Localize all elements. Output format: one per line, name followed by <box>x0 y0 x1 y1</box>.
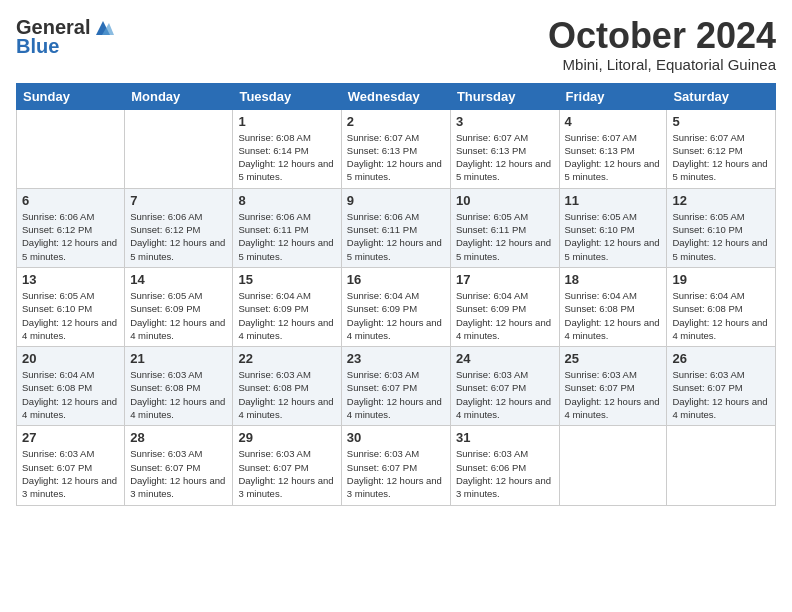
calendar-cell: 22Sunrise: 6:03 AM Sunset: 6:08 PM Dayli… <box>233 347 341 426</box>
day-info: Sunrise: 6:03 AM Sunset: 6:07 PM Dayligh… <box>130 447 227 500</box>
day-info: Sunrise: 6:03 AM Sunset: 6:07 PM Dayligh… <box>565 368 662 421</box>
weekday-header: Friday <box>559 83 667 109</box>
calendar-cell: 21Sunrise: 6:03 AM Sunset: 6:08 PM Dayli… <box>125 347 233 426</box>
calendar-cell: 20Sunrise: 6:04 AM Sunset: 6:08 PM Dayli… <box>17 347 125 426</box>
calendar-cell: 14Sunrise: 6:05 AM Sunset: 6:09 PM Dayli… <box>125 267 233 346</box>
calendar-cell <box>667 426 776 505</box>
day-number: 29 <box>238 430 335 445</box>
calendar-cell: 25Sunrise: 6:03 AM Sunset: 6:07 PM Dayli… <box>559 347 667 426</box>
day-info: Sunrise: 6:03 AM Sunset: 6:08 PM Dayligh… <box>238 368 335 421</box>
subtitle: Mbini, Litoral, Equatorial Guinea <box>548 56 776 73</box>
day-info: Sunrise: 6:04 AM Sunset: 6:08 PM Dayligh… <box>565 289 662 342</box>
title-area: October 2024 Mbini, Litoral, Equatorial … <box>548 16 776 73</box>
day-info: Sunrise: 6:07 AM Sunset: 6:13 PM Dayligh… <box>565 131 662 184</box>
day-number: 16 <box>347 272 445 287</box>
logo-blue: Blue <box>16 35 59 58</box>
day-info: Sunrise: 6:06 AM Sunset: 6:11 PM Dayligh… <box>238 210 335 263</box>
calendar-week-row: 27Sunrise: 6:03 AM Sunset: 6:07 PM Dayli… <box>17 426 776 505</box>
calendar-cell: 13Sunrise: 6:05 AM Sunset: 6:10 PM Dayli… <box>17 267 125 346</box>
calendar-cell: 24Sunrise: 6:03 AM Sunset: 6:07 PM Dayli… <box>450 347 559 426</box>
calendar-cell: 1Sunrise: 6:08 AM Sunset: 6:14 PM Daylig… <box>233 109 341 188</box>
day-number: 13 <box>22 272 119 287</box>
calendar-cell: 19Sunrise: 6:04 AM Sunset: 6:08 PM Dayli… <box>667 267 776 346</box>
calendar-cell: 31Sunrise: 6:03 AM Sunset: 6:06 PM Dayli… <box>450 426 559 505</box>
day-info: Sunrise: 6:04 AM Sunset: 6:09 PM Dayligh… <box>456 289 554 342</box>
calendar-week-row: 6Sunrise: 6:06 AM Sunset: 6:12 PM Daylig… <box>17 188 776 267</box>
day-number: 30 <box>347 430 445 445</box>
day-number: 10 <box>456 193 554 208</box>
day-number: 28 <box>130 430 227 445</box>
day-info: Sunrise: 6:07 AM Sunset: 6:12 PM Dayligh… <box>672 131 770 184</box>
calendar-cell: 10Sunrise: 6:05 AM Sunset: 6:11 PM Dayli… <box>450 188 559 267</box>
day-number: 24 <box>456 351 554 366</box>
weekday-header: Thursday <box>450 83 559 109</box>
day-info: Sunrise: 6:03 AM Sunset: 6:07 PM Dayligh… <box>347 447 445 500</box>
day-info: Sunrise: 6:06 AM Sunset: 6:12 PM Dayligh… <box>22 210 119 263</box>
calendar-cell: 16Sunrise: 6:04 AM Sunset: 6:09 PM Dayli… <box>341 267 450 346</box>
day-info: Sunrise: 6:03 AM Sunset: 6:07 PM Dayligh… <box>347 368 445 421</box>
weekday-header: Wednesday <box>341 83 450 109</box>
calendar-cell <box>559 426 667 505</box>
weekday-header: Tuesday <box>233 83 341 109</box>
day-info: Sunrise: 6:07 AM Sunset: 6:13 PM Dayligh… <box>456 131 554 184</box>
calendar-cell: 3Sunrise: 6:07 AM Sunset: 6:13 PM Daylig… <box>450 109 559 188</box>
day-number: 20 <box>22 351 119 366</box>
calendar-cell: 26Sunrise: 6:03 AM Sunset: 6:07 PM Dayli… <box>667 347 776 426</box>
day-number: 17 <box>456 272 554 287</box>
weekday-header: Saturday <box>667 83 776 109</box>
day-info: Sunrise: 6:03 AM Sunset: 6:07 PM Dayligh… <box>22 447 119 500</box>
day-number: 15 <box>238 272 335 287</box>
day-info: Sunrise: 6:07 AM Sunset: 6:13 PM Dayligh… <box>347 131 445 184</box>
calendar-cell: 9Sunrise: 6:06 AM Sunset: 6:11 PM Daylig… <box>341 188 450 267</box>
day-number: 14 <box>130 272 227 287</box>
day-number: 7 <box>130 193 227 208</box>
day-number: 31 <box>456 430 554 445</box>
day-info: Sunrise: 6:03 AM Sunset: 6:08 PM Dayligh… <box>130 368 227 421</box>
weekday-header: Sunday <box>17 83 125 109</box>
calendar-week-row: 1Sunrise: 6:08 AM Sunset: 6:14 PM Daylig… <box>17 109 776 188</box>
day-info: Sunrise: 6:06 AM Sunset: 6:12 PM Dayligh… <box>130 210 227 263</box>
day-number: 23 <box>347 351 445 366</box>
day-number: 21 <box>130 351 227 366</box>
day-number: 26 <box>672 351 770 366</box>
day-info: Sunrise: 6:05 AM Sunset: 6:09 PM Dayligh… <box>130 289 227 342</box>
calendar-cell: 29Sunrise: 6:03 AM Sunset: 6:07 PM Dayli… <box>233 426 341 505</box>
day-number: 22 <box>238 351 335 366</box>
day-number: 8 <box>238 193 335 208</box>
calendar-cell: 18Sunrise: 6:04 AM Sunset: 6:08 PM Dayli… <box>559 267 667 346</box>
day-number: 25 <box>565 351 662 366</box>
day-info: Sunrise: 6:06 AM Sunset: 6:11 PM Dayligh… <box>347 210 445 263</box>
day-number: 9 <box>347 193 445 208</box>
calendar-cell: 23Sunrise: 6:03 AM Sunset: 6:07 PM Dayli… <box>341 347 450 426</box>
day-info: Sunrise: 6:04 AM Sunset: 6:09 PM Dayligh… <box>347 289 445 342</box>
day-info: Sunrise: 6:05 AM Sunset: 6:10 PM Dayligh… <box>672 210 770 263</box>
day-number: 3 <box>456 114 554 129</box>
day-number: 4 <box>565 114 662 129</box>
day-number: 6 <box>22 193 119 208</box>
calendar-cell: 5Sunrise: 6:07 AM Sunset: 6:12 PM Daylig… <box>667 109 776 188</box>
calendar-cell: 17Sunrise: 6:04 AM Sunset: 6:09 PM Dayli… <box>450 267 559 346</box>
day-info: Sunrise: 6:04 AM Sunset: 6:09 PM Dayligh… <box>238 289 335 342</box>
day-info: Sunrise: 6:04 AM Sunset: 6:08 PM Dayligh… <box>22 368 119 421</box>
weekday-header: Monday <box>125 83 233 109</box>
calendar-cell: 7Sunrise: 6:06 AM Sunset: 6:12 PM Daylig… <box>125 188 233 267</box>
day-info: Sunrise: 6:05 AM Sunset: 6:11 PM Dayligh… <box>456 210 554 263</box>
calendar-cell <box>125 109 233 188</box>
day-info: Sunrise: 6:04 AM Sunset: 6:08 PM Dayligh… <box>672 289 770 342</box>
day-info: Sunrise: 6:03 AM Sunset: 6:07 PM Dayligh… <box>672 368 770 421</box>
logo: General Blue <box>16 16 114 58</box>
calendar-cell <box>17 109 125 188</box>
calendar-cell: 8Sunrise: 6:06 AM Sunset: 6:11 PM Daylig… <box>233 188 341 267</box>
calendar-cell: 2Sunrise: 6:07 AM Sunset: 6:13 PM Daylig… <box>341 109 450 188</box>
calendar-cell: 15Sunrise: 6:04 AM Sunset: 6:09 PM Dayli… <box>233 267 341 346</box>
month-title: October 2024 <box>548 16 776 56</box>
day-info: Sunrise: 6:03 AM Sunset: 6:07 PM Dayligh… <box>238 447 335 500</box>
calendar-cell: 28Sunrise: 6:03 AM Sunset: 6:07 PM Dayli… <box>125 426 233 505</box>
day-number: 12 <box>672 193 770 208</box>
calendar-week-row: 20Sunrise: 6:04 AM Sunset: 6:08 PM Dayli… <box>17 347 776 426</box>
day-number: 11 <box>565 193 662 208</box>
calendar-cell: 27Sunrise: 6:03 AM Sunset: 6:07 PM Dayli… <box>17 426 125 505</box>
day-info: Sunrise: 6:05 AM Sunset: 6:10 PM Dayligh… <box>565 210 662 263</box>
day-number: 5 <box>672 114 770 129</box>
calendar: SundayMondayTuesdayWednesdayThursdayFrid… <box>16 83 776 506</box>
